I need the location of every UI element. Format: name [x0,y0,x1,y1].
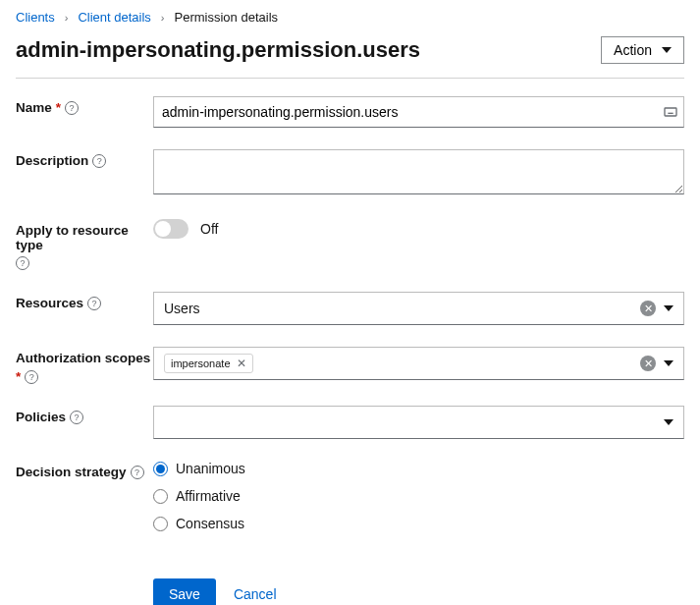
apply-to-resource-type-toggle[interactable] [153,219,188,239]
help-icon[interactable]: ? [25,370,38,384]
radio-affirmative[interactable]: Affirmative [153,488,684,504]
name-input[interactable] [153,96,684,128]
title-row: admin-impersonating.permission.users Act… [16,36,684,79]
radio-input-consensus[interactable] [153,517,168,531]
authorization-scopes-select[interactable]: impersonate ✕ ✕ [153,347,684,380]
clear-icon[interactable]: ✕ [640,301,656,316]
label-decision-strategy: Decision strategy ? [16,461,153,479]
radio-consensus[interactable]: Consensus [153,516,684,531]
chevron-right-icon: › [65,12,69,24]
radio-input-unanimous[interactable] [153,462,168,476]
toggle-state-label: Off [200,221,218,237]
chevron-right-icon: › [161,12,165,24]
radio-input-affirmative[interactable] [153,489,168,504]
breadcrumb-clients[interactable]: Clients [16,10,55,25]
help-icon[interactable]: ? [92,154,106,168]
cancel-button[interactable]: Cancel [234,586,277,602]
row-decision-strategy: Decision strategy ? Unanimous Affirmativ… [16,461,684,531]
caret-down-icon [664,360,673,366]
breadcrumb-client-details[interactable]: Client details [78,10,150,25]
required-icon: * [16,369,21,384]
scope-chip: impersonate ✕ [164,354,253,373]
clear-icon[interactable]: ✕ [640,356,656,371]
row-resources: Resources ? Users ✕ [16,292,684,325]
row-description: Description ? [16,149,684,197]
row-authorization-scopes: Authorization scopes * ? impersonate ✕ ✕ [16,347,684,384]
label-resources: Resources ? [16,292,153,310]
breadcrumb: Clients › Client details › Permission de… [16,10,684,25]
row-policies: Policies ? [16,406,684,439]
policies-select[interactable] [153,406,684,439]
decision-strategy-radio-group: Unanimous Affirmative Consensus [153,461,684,531]
save-button[interactable]: Save [153,578,216,605]
caret-down-icon [664,305,673,311]
row-name: Name * ? [16,96,684,128]
keyboard-icon [663,104,678,120]
chip-label: impersonate [171,358,231,369]
required-icon: * [56,100,61,115]
help-icon[interactable]: ? [65,101,79,115]
action-dropdown[interactable]: Action [601,36,684,64]
action-label: Action [614,42,652,58]
help-icon[interactable]: ? [87,297,101,310]
label-name: Name * ? [16,96,153,115]
svg-rect-0 [665,108,676,116]
resources-select[interactable]: Users ✕ [153,292,684,325]
breadcrumb-current: Permission details [175,10,279,25]
button-row: Save Cancel [153,578,684,605]
help-icon[interactable]: ? [131,466,144,479]
caret-down-icon [662,47,672,53]
label-apply-to-resource-type: Apply to resource type ? [16,219,153,270]
description-textarea[interactable] [153,149,684,194]
resources-value: Users [164,301,640,316]
chip-remove-icon[interactable]: ✕ [237,357,246,370]
label-authorization-scopes: Authorization scopes * ? [16,347,153,384]
help-icon[interactable]: ? [16,256,29,270]
row-apply-to-resource-type: Apply to resource type ? Off [16,219,684,270]
page-title: admin-impersonating.permission.users [16,37,420,63]
radio-unanimous[interactable]: Unanimous [153,461,684,476]
help-icon[interactable]: ? [70,411,83,424]
label-policies: Policies ? [16,406,153,424]
caret-down-icon [664,419,673,425]
label-description: Description ? [16,149,153,168]
